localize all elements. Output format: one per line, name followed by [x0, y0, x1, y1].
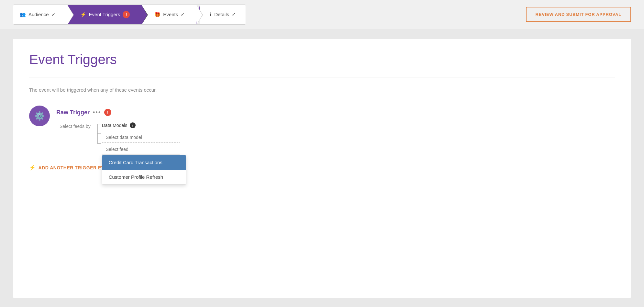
lightning-icon: ⚡: [29, 165, 36, 171]
steps-nav: 👥 Audience ✓ ⚡ Event Triggers ! 🎁 Events…: [13, 5, 246, 25]
details-label: Details: [214, 12, 229, 17]
select-data-model-input[interactable]: [102, 132, 180, 143]
step-audience[interactable]: 👥 Audience ✓: [13, 5, 67, 24]
trigger-row: ⚙️ Raw Trigger ••• ! Select feeds by: [29, 106, 615, 155]
trigger-icon-circle: ⚙️: [29, 106, 50, 126]
details-icon: ℹ: [210, 12, 212, 17]
event-triggers-label: Event Triggers: [89, 12, 120, 17]
events-label: Events: [163, 12, 178, 17]
gear-icon: ⚙️: [34, 111, 45, 121]
feed-options: Data Models i Credit Card Transactions C…: [102, 122, 180, 155]
data-models-label: Data Models: [102, 123, 128, 128]
events-icon: 🎁: [154, 12, 161, 17]
dropdown-item-customer-profile[interactable]: Customer Profile Refresh: [102, 170, 186, 184]
events-check: ✓: [181, 12, 185, 17]
event-triggers-icon: ⚡: [80, 12, 86, 17]
data-models-row: Data Models i: [102, 122, 180, 128]
trigger-header: Raw Trigger ••• !: [56, 109, 615, 116]
content-card: Event Triggers The event will be trigger…: [13, 39, 631, 298]
feed-dropdown-menu: Credit Card Transactions Customer Profil…: [102, 155, 186, 185]
trigger-options-dots[interactable]: •••: [93, 109, 101, 116]
trigger-name: Raw Trigger: [56, 109, 90, 116]
trigger-description: The event will be triggered when any of …: [29, 87, 615, 93]
step-events[interactable]: 🎁 Events ✓: [141, 5, 196, 24]
trigger-alert: !: [104, 109, 111, 116]
add-trigger-button[interactable]: ⚡ ADD ANOTHER TRIGGER EVENT: [29, 165, 114, 171]
bracket-icon: [95, 122, 102, 145]
feed-selector: Select feeds by Data Models i: [60, 122, 615, 155]
step-details[interactable]: ℹ Details ✓: [200, 5, 246, 24]
audience-icon: 👥: [20, 12, 26, 17]
dropdown-item-credit-card[interactable]: Credit Card Transactions: [102, 155, 186, 170]
step-event-triggers[interactable]: ⚡ Event Triggers !: [67, 5, 142, 24]
top-bar: 👥 Audience ✓ ⚡ Event Triggers ! 🎁 Events…: [0, 0, 644, 29]
select-feeds-label: Select feeds by: [60, 124, 91, 129]
audience-check: ✓: [51, 12, 56, 17]
section-divider: [29, 77, 615, 77]
info-icon: i: [130, 122, 136, 128]
main-content: Event Triggers The event will be trigger…: [0, 29, 644, 307]
review-submit-button[interactable]: REVIEW AND SUBMIT FOR APPROVAL: [526, 7, 631, 22]
dropdown-container: Credit Card Transactions Customer Profil…: [102, 144, 180, 155]
trigger-content: Raw Trigger ••• ! Select feeds by: [56, 106, 615, 155]
event-triggers-alert: !: [123, 11, 130, 18]
audience-label: Audience: [28, 12, 49, 17]
details-check: ✓: [232, 12, 236, 17]
select-feed-input[interactable]: [102, 144, 180, 155]
page-title: Event Triggers: [29, 52, 615, 67]
